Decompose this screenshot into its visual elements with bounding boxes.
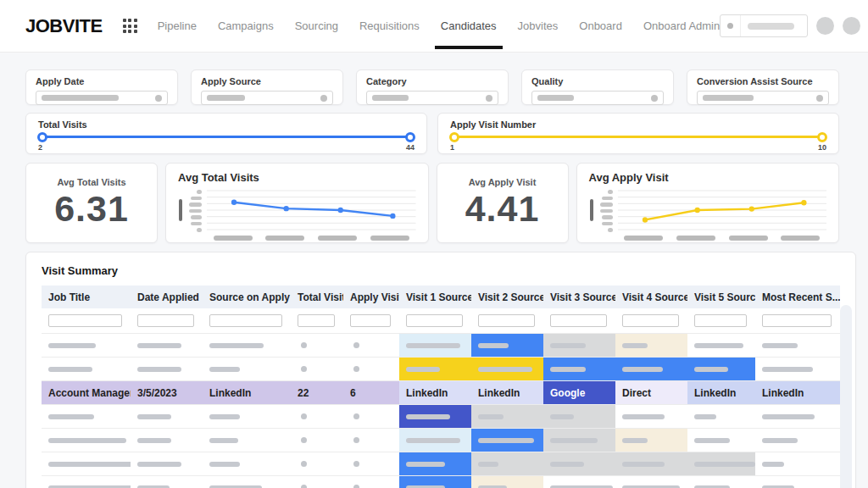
table-cell xyxy=(343,405,399,428)
app-grid-icon[interactable] xyxy=(123,19,137,33)
chart-title: Avg Total Visits xyxy=(178,171,416,184)
y-axis-ticks xyxy=(599,190,613,232)
x-tick-placeholder xyxy=(624,236,663,241)
table-row[interactable] xyxy=(42,334,840,358)
table-filter-input[interactable] xyxy=(694,314,747,327)
nav-item-sourcing[interactable]: Sourcing xyxy=(295,19,338,32)
table-header-row: Job TitleDate AppliedSource on ApplyTota… xyxy=(42,286,840,308)
slider-handle-max[interactable] xyxy=(405,132,415,142)
nav-item-onboard-admin[interactable]: Onboard Admin xyxy=(643,19,720,32)
slider-handle-min[interactable] xyxy=(37,132,47,142)
nav-item-candidates[interactable]: Candidates xyxy=(441,19,497,32)
filter-dropdown[interactable] xyxy=(201,91,333,105)
table-cell xyxy=(543,358,615,380)
table-filter-input[interactable] xyxy=(762,314,832,327)
table-filter-input[interactable] xyxy=(48,314,122,327)
table-cell xyxy=(687,429,755,452)
nav-item-pipeline[interactable]: Pipeline xyxy=(158,19,197,32)
placeholder-bar xyxy=(478,367,532,372)
table-cell xyxy=(615,405,687,428)
table-filter-input[interactable] xyxy=(350,314,391,327)
slider-track[interactable] xyxy=(450,132,826,141)
table-filter-input[interactable] xyxy=(478,314,535,327)
toggle-placeholder-bar xyxy=(748,23,794,30)
filter-label: Conversion Assist Source xyxy=(697,76,829,86)
column-header-most-recent-s[interactable]: Most Recent S... xyxy=(755,291,840,303)
nav-item-onboard[interactable]: Onboard xyxy=(579,19,622,32)
table-row[interactable] xyxy=(42,358,840,381)
table-body: Account Manager3/5/2023LinkedIn226Linked… xyxy=(42,334,840,488)
filter-cell xyxy=(131,313,203,329)
placeholder-bar xyxy=(48,367,92,372)
table-row-selected[interactable]: Account Manager3/5/2023LinkedIn226Linked… xyxy=(42,381,840,405)
table-cell xyxy=(291,476,343,488)
kpi-avg-apply-visit: Avg Apply Visit 4.41 xyxy=(437,163,569,243)
header-toggle-box[interactable] xyxy=(720,14,808,37)
table-cell xyxy=(42,358,131,380)
table-cell xyxy=(755,358,840,380)
table-filter-input[interactable] xyxy=(406,314,463,327)
placeholder-bar xyxy=(209,414,240,419)
column-header-apply-visit[interactable]: Apply Visit xyxy=(343,291,399,303)
table-cell: LinkedIn xyxy=(399,381,471,404)
filter-card-apply-date: Apply Date xyxy=(25,69,178,105)
filter-dropdown[interactable] xyxy=(531,91,664,105)
filter-cell xyxy=(203,313,291,329)
y-tick-placeholder xyxy=(608,228,613,232)
filter-label: Apply Source xyxy=(201,76,333,86)
column-header-visit-4-source[interactable]: Visit 4 Source xyxy=(615,291,687,303)
y-tick-placeholder xyxy=(191,215,202,219)
slider-track[interactable] xyxy=(38,132,415,141)
column-header-visit-1-source[interactable]: Visit 1 Source xyxy=(399,291,471,303)
table-scrollbar[interactable] xyxy=(840,305,852,488)
table-filter-input[interactable] xyxy=(298,314,335,327)
cell-text: LinkedIn xyxy=(209,387,251,399)
kpi-row: Avg Total Visits 6.31 Avg Total Visits A… xyxy=(25,163,839,243)
table-row[interactable] xyxy=(42,476,840,488)
slider-handle-min[interactable] xyxy=(449,132,459,142)
table-filter-input[interactable] xyxy=(137,314,194,327)
filter-cell xyxy=(42,313,131,329)
table-filter-row xyxy=(42,308,840,334)
column-header-visit-3-source[interactable]: Visit 3 Source xyxy=(543,291,615,303)
table-filter-input[interactable] xyxy=(622,314,679,327)
table-cell xyxy=(203,358,291,380)
column-header-job-title[interactable]: Job Title xyxy=(42,291,131,303)
top-right-controls xyxy=(720,8,868,45)
y-axis-ticks xyxy=(188,190,202,232)
placeholder-bar xyxy=(550,438,598,443)
x-tick-placeholder xyxy=(265,236,304,241)
table-cell xyxy=(343,358,399,380)
filter-dropdown[interactable] xyxy=(697,91,829,105)
slider-min-value: 2 xyxy=(38,143,42,152)
table-row[interactable] xyxy=(42,452,840,476)
kpi-label: Avg Total Visits xyxy=(57,177,125,187)
slider-handle-max[interactable] xyxy=(817,132,827,142)
table-filter-input[interactable] xyxy=(550,314,607,327)
nav-item-jobvites[interactable]: Jobvites xyxy=(518,19,559,32)
main-nav: PipelineCampaignsSourcingRequisitionsCan… xyxy=(158,19,721,32)
x-axis-ticks xyxy=(618,236,827,241)
column-header-visit-2-source[interactable]: Visit 2 Source xyxy=(471,291,543,303)
column-header-total-visits[interactable]: Total Visits xyxy=(291,291,343,303)
header-icon-2[interactable] xyxy=(843,17,860,35)
placeholder-bar xyxy=(137,438,171,443)
filter-dropdown[interactable] xyxy=(366,91,498,105)
table-cell xyxy=(399,358,471,380)
cell-text: Direct xyxy=(622,387,651,399)
table-row[interactable] xyxy=(42,429,840,452)
column-header-visit-5-source[interactable]: Visit 5 Source xyxy=(687,291,755,303)
header-icon-1[interactable] xyxy=(816,17,834,35)
chart-body xyxy=(589,188,827,241)
placeholder-bar xyxy=(762,462,784,467)
column-header-date-applied[interactable]: Date Applied xyxy=(131,291,203,303)
nav-item-campaigns[interactable]: Campaigns xyxy=(218,19,274,32)
table-row[interactable] xyxy=(42,405,840,429)
nav-item-requisitions[interactable]: Requisitions xyxy=(359,19,420,32)
filter-dropdown[interactable] xyxy=(36,91,168,105)
table-cell xyxy=(687,452,755,475)
placeholder-bar xyxy=(48,485,131,488)
column-header-source-on-apply[interactable]: Source on Apply xyxy=(203,291,291,303)
table-filter-input[interactable] xyxy=(209,314,282,327)
x-tick-placeholder xyxy=(370,236,409,241)
